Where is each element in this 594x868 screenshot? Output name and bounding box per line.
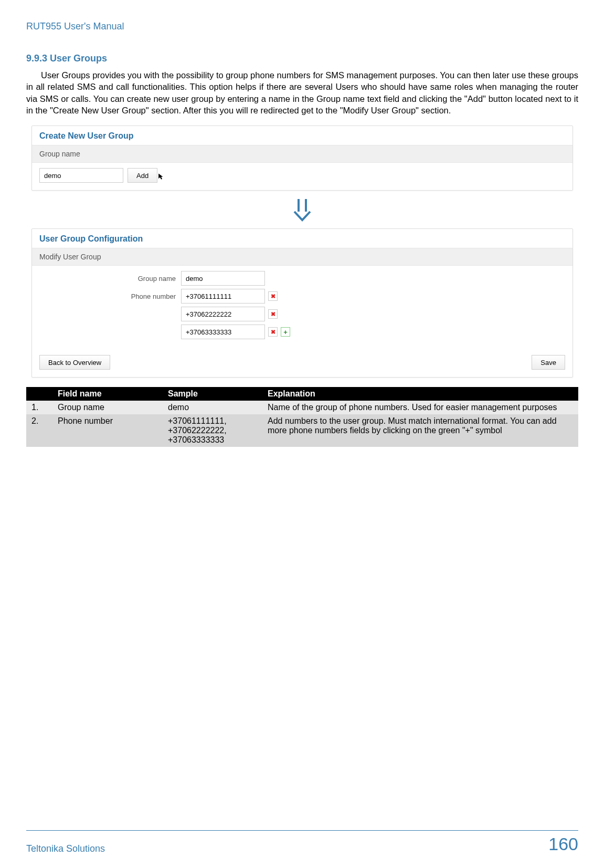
panel-bar-modify: Modify User Group — [32, 248, 572, 266]
cell-explanation: Add numbers to the user group. Must matc… — [262, 414, 578, 447]
cursor-icon — [157, 173, 165, 180]
back-button[interactable]: Back to Overview — [39, 355, 110, 370]
field-phone-1[interactable] — [181, 289, 265, 304]
delete-icon[interactable]: ✖ — [268, 309, 278, 319]
label-phone-number: Phone number — [39, 292, 181, 300]
page-footer: Teltonika Solutions 160 — [26, 830, 578, 854]
paragraph-text: User Groups provides you with the possib… — [26, 70, 578, 115]
add-button-label: Add — [136, 172, 148, 180]
screenshot-create-group: Create New User Group Group name Add — [31, 126, 573, 191]
label-group-name: Group name — [39, 275, 181, 283]
th-sample: Sample — [163, 387, 262, 401]
down-arrow-icon — [26, 197, 578, 222]
add-icon[interactable]: + — [281, 327, 290, 337]
cell-index: 2. — [26, 414, 52, 447]
save-button[interactable]: Save — [532, 355, 565, 370]
th-blank — [26, 387, 52, 401]
add-button[interactable]: Add — [128, 168, 157, 183]
cell-explanation: Name of the group of phone numbers. Used… — [262, 401, 578, 414]
explanation-table: Field name Sample Explanation 1. Group n… — [26, 387, 578, 447]
table-row: 1. Group name demo Name of the group of … — [26, 401, 578, 414]
section-paragraph: User Groups provides you with the possib… — [26, 69, 578, 116]
th-explanation: Explanation — [262, 387, 578, 401]
group-name-input[interactable] — [39, 168, 123, 183]
panel-bar-groupname: Group name — [32, 145, 572, 163]
cell-sample: +37061111111, +37062222222, +37063333333 — [163, 414, 262, 447]
save-button-label: Save — [540, 359, 556, 367]
section-title: User Groups — [50, 53, 107, 64]
back-button-label: Back to Overview — [48, 359, 101, 367]
panel-title-create: Create New User Group — [32, 126, 572, 145]
th-fieldname: Field name — [52, 387, 163, 401]
doc-header: RUT955 User's Manual — [26, 21, 578, 32]
screenshot-user-group-config: User Group Configuration Modify User Gro… — [31, 228, 573, 378]
delete-icon[interactable]: ✖ — [268, 291, 278, 301]
panel-title-config: User Group Configuration — [32, 229, 572, 248]
field-phone-3[interactable] — [181, 325, 265, 339]
table-row: 2. Phone number +37061111111, +370622222… — [26, 414, 578, 447]
delete-icon[interactable]: ✖ — [268, 327, 278, 337]
cell-sample: demo — [163, 401, 262, 414]
footer-left: Teltonika Solutions — [26, 843, 105, 854]
field-phone-2[interactable] — [181, 307, 265, 321]
cell-index: 1. — [26, 401, 52, 414]
cell-field: Phone number — [52, 414, 163, 447]
cell-field: Group name — [52, 401, 163, 414]
section-heading: 9.9.3 User Groups — [26, 53, 578, 64]
page-number: 160 — [548, 834, 578, 854]
section-number: 9.9.3 — [26, 53, 47, 64]
field-group-name[interactable] — [181, 271, 265, 286]
